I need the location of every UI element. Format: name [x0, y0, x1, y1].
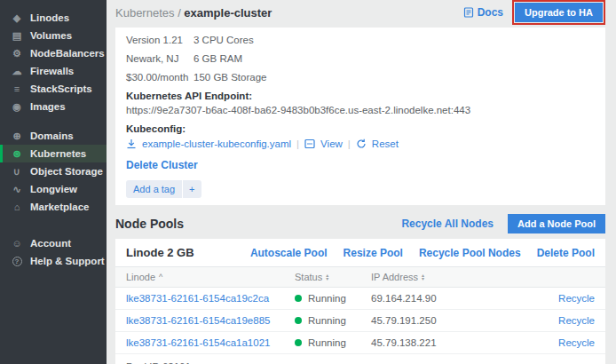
- spec-price: $30.00/month: [126, 71, 193, 83]
- sidebar-item-images[interactable]: ◉ Images: [0, 98, 107, 115]
- sidebar-item-stackscripts[interactable]: ≡ StackScripts: [0, 80, 107, 98]
- separator: |: [296, 138, 299, 150]
- delete-pool-link[interactable]: Delete Pool: [537, 247, 595, 259]
- kubeconfig-label: Kubeconfig:: [126, 123, 595, 135]
- sidebar-item-label: Firewalls: [30, 66, 74, 76]
- node-pools-title: Node Pools: [115, 217, 184, 231]
- reset-icon: [356, 138, 367, 149]
- node-ip: 45.79.138.221: [371, 337, 504, 348]
- table-header: Linode ^ Status ▴▾ IP Address ▴▾: [115, 266, 605, 288]
- node-action-cell: Recycle: [504, 293, 605, 304]
- column-label: Linode: [126, 272, 155, 282]
- kubeconfig-actions: example-cluster-kubeconfig.yaml | View |…: [126, 138, 595, 150]
- node-link[interactable]: lke38731-62161-6154ca1a1021: [126, 337, 295, 348]
- sidebar-item-object-storage[interactable]: ∪ Object Storage: [0, 162, 107, 180]
- spec-cpu: 3 CPU Cores: [193, 34, 595, 46]
- recycle-node-link[interactable]: Recycle: [558, 315, 595, 326]
- sidebar-item-domains[interactable]: ⊕ Domains: [0, 127, 107, 145]
- spec-region: Newark, NJ: [126, 52, 193, 65]
- table-row: lke38731-62161-6154ca19c2ca Running 69.1…: [115, 288, 605, 310]
- node-action-cell: Recycle: [504, 337, 605, 348]
- node-link[interactable]: lke38731-62161-6154ca19e885: [126, 315, 295, 326]
- column-header-ip[interactable]: IP Address ▴▾: [371, 272, 504, 282]
- sidebar-item-kubernetes[interactable]: ⊛ Kubernetes: [0, 145, 107, 162]
- status-running-icon: [295, 317, 302, 324]
- column-label: IP Address: [371, 272, 418, 282]
- status-label: Running: [308, 315, 346, 326]
- sidebar-item-account[interactable]: ☺ Account: [0, 234, 107, 252]
- node-link[interactable]: lke38731-62161-6154ca19c2ca: [126, 293, 295, 304]
- globe-icon: ⊕: [11, 131, 23, 141]
- plus-icon: +: [182, 180, 201, 198]
- kubeconfig-view-link[interactable]: View: [320, 138, 343, 150]
- sidebar-item-marketplace[interactable]: ⌂ Marketplace: [0, 198, 107, 216]
- add-node-pool-button[interactable]: Add a Node Pool: [508, 214, 605, 233]
- add-tag-button[interactable]: Add a tag +: [126, 180, 201, 198]
- sidebar: ◈ Linodes ▤ Volumes ⚙ NodeBalancers ☁ Fi…: [0, 0, 107, 364]
- spec-storage: 150 GB Storage: [193, 71, 595, 83]
- kubeconfig-download-link[interactable]: example-cluster-kubeconfig.yaml: [142, 138, 291, 150]
- download-icon: [126, 138, 137, 149]
- recycle-pool-nodes-link[interactable]: Recycle Pool Nodes: [419, 247, 521, 259]
- pool-header: Linode 2 GB Autoscale Pool Resize Pool R…: [115, 239, 605, 266]
- sidebar-item-longview[interactable]: ∿ Longview: [0, 180, 107, 198]
- annotation-highlight-box: Upgrade to HA: [512, 0, 605, 25]
- account-icon: ☺: [11, 239, 23, 249]
- help-icon: ?: [11, 256, 23, 266]
- table-row: lke38731-62161-6154ca19e885 Running 45.7…: [115, 310, 605, 332]
- sidebar-item-label: Marketplace: [30, 202, 89, 212]
- resize-pool-link[interactable]: Resize Pool: [344, 247, 403, 259]
- sidebar-item-help-support[interactable]: ? Help & Support: [0, 252, 107, 270]
- sort-icon: ▴▾: [422, 273, 424, 281]
- sidebar-item-label: Object Storage: [30, 166, 103, 177]
- sidebar-item-label: Longview: [30, 184, 77, 194]
- column-header-linode[interactable]: Linode ^: [126, 272, 295, 282]
- docs-icon: [463, 7, 474, 18]
- delete-cluster-link[interactable]: Delete Cluster: [126, 159, 198, 171]
- add-tag-label: Add a tag: [126, 180, 182, 198]
- main-content: Kubernetes / example-cluster Docs Upgrad…: [107, 0, 616, 364]
- separator: |: [348, 138, 351, 150]
- kubeconfig-reset-link[interactable]: Reset: [372, 138, 399, 150]
- node-status: Running: [295, 337, 371, 348]
- sidebar-item-nodebalancers[interactable]: ⚙ NodeBalancers: [0, 44, 107, 62]
- sidebar-item-label: NodeBalancers: [30, 48, 105, 59]
- docs-link[interactable]: Docs: [463, 6, 503, 19]
- view-icon: [304, 138, 315, 149]
- node-pool-card: Linode 2 GB Autoscale Pool Resize Pool R…: [115, 239, 605, 364]
- topbar: Kubernetes / example-cluster Docs Upgrad…: [115, 0, 605, 25]
- pool-id-footer: Pool ID 62161: [115, 354, 605, 364]
- pool-name: Linode 2 GB: [126, 246, 194, 259]
- recycle-node-link[interactable]: Recycle: [558, 337, 595, 348]
- sidebar-item-firewalls[interactable]: ☁ Firewalls: [0, 62, 107, 80]
- topbar-actions: Docs Upgrade to HA: [463, 0, 605, 25]
- pool-actions: Autoscale Pool Resize Pool Recycle Pool …: [250, 247, 595, 259]
- sort-icon: ▴▾: [326, 273, 328, 281]
- column-header-status[interactable]: Status ▴▾: [295, 272, 371, 282]
- sidebar-item-label: StackScripts: [30, 83, 92, 94]
- node-status: Running: [295, 315, 371, 326]
- pulse-icon: ∿: [11, 185, 23, 194]
- breadcrumb-section[interactable]: Kubernetes: [115, 6, 175, 20]
- cluster-specs: Version 1.21 3 CPU Cores Newark, NJ 6 GB…: [126, 34, 595, 83]
- status-label: Running: [308, 337, 346, 348]
- status-running-icon: [295, 339, 302, 346]
- autoscale-pool-link[interactable]: Autoscale Pool: [250, 247, 328, 259]
- upgrade-to-ha-button[interactable]: Upgrade to HA: [515, 3, 603, 22]
- marketplace-icon: ⌂: [11, 202, 23, 212]
- sidebar-item-volumes[interactable]: ▤ Volumes: [0, 27, 107, 44]
- status-label: Running: [308, 293, 346, 304]
- stackscripts-icon: ≡: [11, 84, 23, 94]
- node-status: Running: [295, 293, 371, 304]
- firewalls-icon: ☁: [11, 67, 23, 76]
- spec-version: Version 1.21: [126, 34, 193, 46]
- nodebalancers-icon: ⚙: [11, 49, 23, 59]
- linode-cube-icon: ◈: [11, 13, 23, 23]
- sidebar-item-linodes[interactable]: ◈ Linodes: [0, 9, 107, 27]
- api-endpoint-label: Kubernetes API Endpoint:: [126, 90, 595, 102]
- recycle-node-link[interactable]: Recycle: [558, 293, 595, 304]
- node-ip: 69.164.214.90: [371, 293, 504, 304]
- sidebar-item-label: Kubernetes: [30, 148, 86, 159]
- recycle-all-nodes-link[interactable]: Recycle All Nodes: [401, 218, 494, 230]
- sidebar-item-label: Volumes: [30, 30, 72, 41]
